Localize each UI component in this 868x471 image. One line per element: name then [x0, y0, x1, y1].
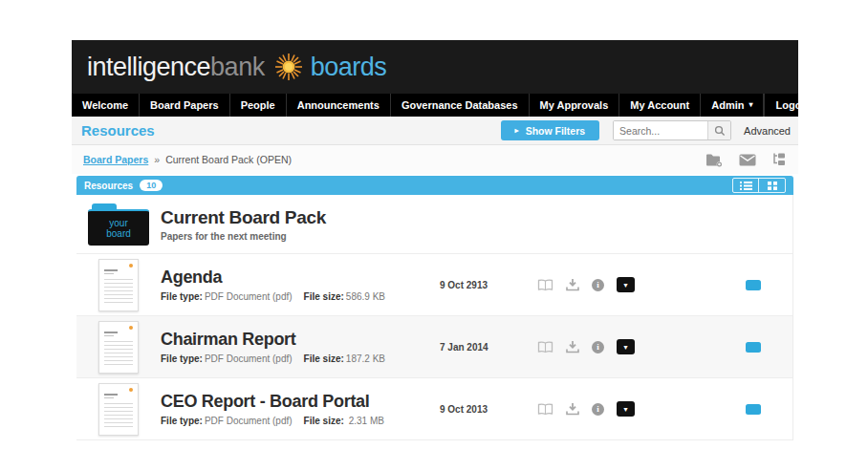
info-icon[interactable]: i: [592, 403, 604, 416]
file-type-label: File type:: [161, 416, 203, 426]
comment-icon[interactable]: [746, 404, 761, 415]
view-book-icon[interactable]: [537, 341, 553, 353]
email-icon[interactable]: [739, 154, 756, 166]
file-title[interactable]: CEO Report - Board Portal: [161, 392, 432, 412]
folder-title[interactable]: Current Board Pack: [161, 207, 432, 228]
list-item-file[interactable]: Chairman Report File type:PDF Document (…: [76, 316, 792, 378]
search-icon: [714, 125, 726, 137]
folder-icon-text-2: board: [106, 228, 131, 239]
file-title[interactable]: Chairman Report: [161, 330, 432, 350]
file-size-value: 187.2 KB: [346, 353, 385, 364]
file-size-value: 2.31 MB: [349, 416, 384, 426]
more-menu-button[interactable]: ▼: [617, 401, 635, 417]
nav-label: My Approvals: [540, 99, 609, 111]
show-filters-button[interactable]: ▸ Show Filters: [501, 120, 599, 140]
breadcrumb-separator: »: [154, 154, 160, 165]
folder-thumbnail-cell: your board: [76, 203, 161, 246]
folder-body: your board: [88, 209, 149, 246]
list-item-file[interactable]: Agenda File type:PDF Document (pdf)File …: [76, 254, 792, 316]
breadcrumb-parent-link[interactable]: Board Papers: [83, 154, 148, 165]
triangle-right-icon: ▸: [515, 126, 519, 135]
list-header-title: Resources: [84, 181, 133, 191]
nav-item-board-papers[interactable]: Board Papers: [140, 94, 230, 117]
nav-item-my-approvals[interactable]: My Approvals: [530, 94, 620, 117]
file-type-value: PDF Document (pdf): [205, 291, 293, 302]
view-book-icon[interactable]: [537, 403, 553, 416]
nav-item-my-account[interactable]: My Account: [619, 94, 701, 117]
pdf-page-thumbnail[interactable]: [98, 321, 139, 374]
resources-list: your board Current Board Pack Papers for…: [76, 195, 793, 440]
comment-cell: [714, 404, 792, 415]
info-icon[interactable]: i: [592, 279, 604, 291]
nav-item-people[interactable]: People: [230, 94, 287, 117]
pdf-page-thumbnail[interactable]: [98, 383, 139, 436]
file-type-value: PDF Document (pdf): [205, 416, 293, 426]
comment-icon[interactable]: [746, 342, 761, 353]
advanced-search-link[interactable]: Advanced: [744, 125, 791, 137]
folder-info: Current Board Pack Papers for the next m…: [161, 207, 440, 242]
nav-label: My Account: [630, 99, 689, 111]
file-meta: File type:PDF Document (pdf)File size:58…: [161, 291, 432, 302]
list-item-folder[interactable]: your board Current Board Pack Papers for…: [76, 195, 792, 254]
nav-item-logout[interactable]: Logout: [764, 94, 821, 117]
file-size-label: File size:: [304, 416, 344, 426]
file-date: 7 Jan 2014: [440, 342, 537, 353]
file-date: 9 Oct 2013: [440, 404, 537, 415]
file-size-label: File size:: [304, 353, 344, 364]
nav-item-announcements[interactable]: Announcements: [287, 94, 391, 117]
brand-name-secondary: bank: [210, 53, 265, 82]
folder-subtitle: Papers for the next meeting: [161, 231, 432, 242]
search-button[interactable]: [707, 121, 730, 139]
download-icon[interactable]: [566, 403, 579, 416]
file-type-value: PDF Document (pdf): [205, 353, 293, 364]
info-icon[interactable]: i: [592, 341, 604, 353]
download-icon[interactable]: [566, 279, 579, 291]
nav-label: People: [241, 99, 275, 111]
brand-header: intelligencebank: [72, 40, 798, 94]
view-mode-toggle: [732, 178, 786, 193]
more-menu-button[interactable]: ▼: [617, 277, 635, 292]
tree-view-icon[interactable]: [771, 153, 787, 166]
file-title[interactable]: Agenda: [161, 268, 432, 288]
breadcrumb-actions: [705, 153, 787, 167]
folder-settings-icon[interactable]: [705, 153, 724, 167]
app-window: intelligencebank: [72, 40, 798, 440]
screen: intelligencebank: [0, 0, 868, 471]
show-filters-label: Show Filters: [526, 125, 585, 137]
file-date: 9 Oct 2913: [440, 280, 537, 290]
file-actions: i ▼: [537, 277, 683, 292]
nav-item-governance-databases[interactable]: Governance Databases: [391, 94, 530, 117]
nav-label: Board Papers: [150, 99, 219, 111]
more-menu-button[interactable]: ▼: [617, 339, 635, 354]
search-input[interactable]: [614, 121, 707, 139]
file-type-label: File type:: [161, 353, 203, 364]
sunburst-logo-icon: [273, 52, 304, 82]
pdf-page-thumbnail[interactable]: [98, 259, 139, 311]
file-info: Agenda File type:PDF Document (pdf)File …: [161, 268, 440, 302]
file-size-label: File size:: [304, 291, 344, 302]
list-item-file[interactable]: CEO Report - Board Portal File type:PDF …: [76, 378, 792, 440]
list-view-icon[interactable]: [733, 179, 759, 192]
brand-name-primary: intelligence: [87, 53, 210, 82]
breadcrumb: Board Papers » Current Board Pack (OPEN): [72, 145, 798, 174]
view-book-icon[interactable]: [537, 279, 553, 291]
file-thumbnail-cell: [76, 383, 161, 436]
nav-label: Governance Databases: [401, 99, 518, 111]
nav-item-welcome[interactable]: Welcome: [72, 94, 140, 117]
file-type-label: File type:: [161, 291, 203, 302]
resources-count-badge: 10: [140, 180, 163, 191]
file-actions: i ▼: [537, 339, 683, 354]
download-icon[interactable]: [566, 341, 579, 353]
file-thumbnail-cell: [76, 259, 161, 311]
nav-label: Admin: [711, 99, 744, 111]
nav-label: Welcome: [82, 99, 128, 111]
board-folder-icon[interactable]: your board: [88, 203, 149, 246]
grid-view-icon[interactable]: [759, 179, 785, 192]
search-box: [613, 120, 731, 140]
comment-icon[interactable]: [746, 280, 761, 290]
nav-item-admin[interactable]: Admin ▾: [701, 94, 764, 117]
comment-cell: [714, 280, 792, 290]
file-size-value: 586.9 KB: [346, 291, 385, 302]
file-meta: File type:PDF Document (pdf)File size:18…: [161, 353, 432, 364]
file-info: CEO Report - Board Portal File type:PDF …: [161, 392, 440, 426]
